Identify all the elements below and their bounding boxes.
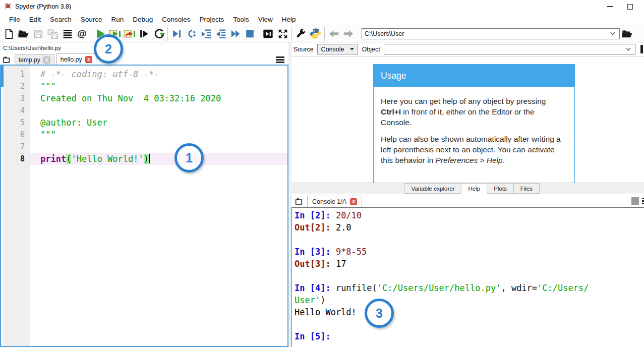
line-number[interactable]: 8	[4, 153, 25, 165]
interrupt-kernel-icon[interactable]	[631, 197, 639, 205]
text-cursor	[149, 154, 150, 163]
usage-box: Usage Here you can get help of any objec…	[373, 64, 575, 183]
symbol-finder-button[interactable]: @	[75, 27, 89, 41]
toolbar-separator	[291, 27, 292, 41]
tab-hello-py[interactable]: hello.py x	[56, 53, 96, 65]
menu-file[interactable]: File	[5, 15, 25, 24]
code-line[interactable]: @author: User	[30, 117, 287, 129]
toolbar-separator	[167, 27, 168, 41]
menu-debug[interactable]: Debug	[128, 15, 157, 24]
menu-source[interactable]: Source	[76, 15, 107, 24]
stop-debug-button[interactable]	[243, 27, 257, 41]
rerun-file-button[interactable]	[151, 27, 166, 41]
close-tab-icon[interactable]: x	[85, 56, 92, 63]
menu-projects[interactable]: Projects	[195, 15, 228, 24]
code-line[interactable]: """	[30, 129, 287, 141]
code-line[interactable]: """	[30, 80, 287, 92]
scrollbar-thumb[interactable]	[1, 66, 4, 87]
menu-help[interactable]: Help	[277, 15, 301, 24]
code-line[interactable]: # -*- coding: utf-8 -*-	[30, 68, 287, 80]
chevron-down-icon[interactable]	[610, 32, 615, 35]
close-tab-icon[interactable]: x	[43, 56, 50, 64]
editor-options-menu-icon[interactable]	[276, 56, 284, 63]
editor-scrollbar[interactable]	[1, 66, 4, 346]
usage-title: Usage	[374, 65, 574, 87]
continue-execution-button[interactable]	[228, 27, 243, 41]
chevron-down-icon[interactable]	[626, 47, 631, 51]
tab-variable-explorer[interactable]: Variable explorer	[404, 183, 461, 194]
browse-working-directory-button[interactable]	[620, 27, 634, 41]
save-all-button[interactable]	[45, 27, 60, 41]
tab-files[interactable]: Files	[513, 183, 540, 194]
chevron-down-icon	[350, 48, 354, 50]
tab-help[interactable]: Help	[461, 183, 487, 194]
new-file-button[interactable]	[2, 27, 16, 41]
console-options-menu-icon[interactable]	[642, 198, 644, 204]
toolbar-separator	[324, 27, 325, 41]
line-number[interactable]: 6	[4, 129, 25, 141]
menu-tools[interactable]: Tools	[228, 15, 254, 24]
title-bar: Spyder (Python 3.8)	[0, 0, 644, 13]
browse-tabs-icon[interactable]	[2, 55, 12, 64]
tab-temp-py[interactable]: temp.py x	[15, 54, 54, 65]
menu-edit[interactable]: Edit	[25, 15, 45, 24]
fullscreen-button[interactable]	[275, 27, 290, 41]
menu-consoles[interactable]: Consoles	[157, 15, 195, 24]
spyder-logo-icon	[4, 2, 12, 12]
source-value: Console	[321, 46, 344, 53]
ipython-console[interactable]: In [2]: 20/10Out[2]: 2.0In [3]: 9*8-55Ou…	[291, 207, 644, 347]
code-editor[interactable]: 12345678 # -*- coding: utf-8 -*-"""Creat…	[0, 65, 288, 347]
annotation-circle-1: 1	[174, 143, 204, 172]
code-line[interactable]: Created on Thu Nov 4 03:32:16 2020	[30, 92, 287, 104]
forward-button[interactable]	[341, 27, 356, 41]
close-tab-icon[interactable]: x	[350, 198, 357, 205]
code-line[interactable]	[30, 141, 287, 153]
python-path-button[interactable]	[308, 27, 323, 41]
usage-text: Here you can get help of any object by p…	[374, 87, 574, 168]
editor-pane: C:\Users\User\hello.py temp.py x hello.p…	[0, 42, 288, 347]
line-number[interactable]: 3	[4, 92, 25, 104]
open-file-button[interactable]	[16, 27, 31, 41]
code-line[interactable]	[30, 104, 287, 117]
line-number[interactable]: 1	[4, 68, 25, 80]
console-line: In [5]:	[295, 330, 644, 342]
code-line[interactable]: print('Hello World!')	[30, 153, 287, 165]
menu-run[interactable]: Run	[107, 15, 129, 24]
source-label: Source	[294, 46, 314, 53]
lock-icon[interactable]	[640, 45, 643, 53]
maximize-pane-button[interactable]	[261, 27, 275, 41]
tab-console-1a[interactable]: Console 1/A x	[307, 196, 362, 207]
back-button[interactable]	[326, 27, 341, 41]
object-combobox[interactable]	[384, 44, 635, 54]
minimize-button[interactable]	[607, 6, 613, 7]
tab-plots[interactable]: Plots	[487, 183, 514, 194]
debug-file-button[interactable]	[169, 27, 184, 41]
toolbar-separator	[259, 27, 259, 41]
line-number[interactable]: 5	[4, 117, 25, 129]
console-line: In [3]: 9*8-55	[295, 246, 644, 258]
console-line	[295, 318, 644, 330]
right-panel: Source Console Object Usage Here you can…	[291, 42, 644, 347]
step-return-button[interactable]	[213, 27, 228, 41]
console-line: In [4]: runfile('C:/Users/User/hello.py'…	[295, 282, 644, 294]
run-selection-button[interactable]	[137, 27, 151, 41]
step-over-button[interactable]	[199, 27, 213, 41]
line-number[interactable]: 4	[4, 104, 25, 117]
code-area[interactable]: # -*- coding: utf-8 -*-"""Created on Thu…	[30, 66, 287, 346]
rerun-cell-button[interactable]	[122, 27, 137, 41]
maximize-button[interactable]	[627, 4, 633, 10]
save-button[interactable]	[31, 27, 45, 41]
help-source-dropdown[interactable]: Console	[317, 44, 359, 54]
browse-tabs-icon[interactable]	[294, 197, 304, 206]
menu-view[interactable]: View	[254, 15, 277, 24]
outline-explorer-button[interactable]	[60, 27, 75, 41]
preferences-wrench-button[interactable]	[294, 27, 308, 41]
line-number[interactable]: 7	[4, 141, 25, 153]
debug-cell-button[interactable]	[184, 27, 199, 41]
menu-search[interactable]: Search	[45, 15, 76, 24]
annotation-circle-3: 3	[365, 299, 394, 328]
working-directory-combobox[interactable]: C:\Users\User	[362, 28, 620, 39]
console-line	[295, 234, 644, 246]
line-number-gutter[interactable]: 12345678	[4, 66, 30, 346]
line-number[interactable]: 2	[4, 80, 25, 92]
